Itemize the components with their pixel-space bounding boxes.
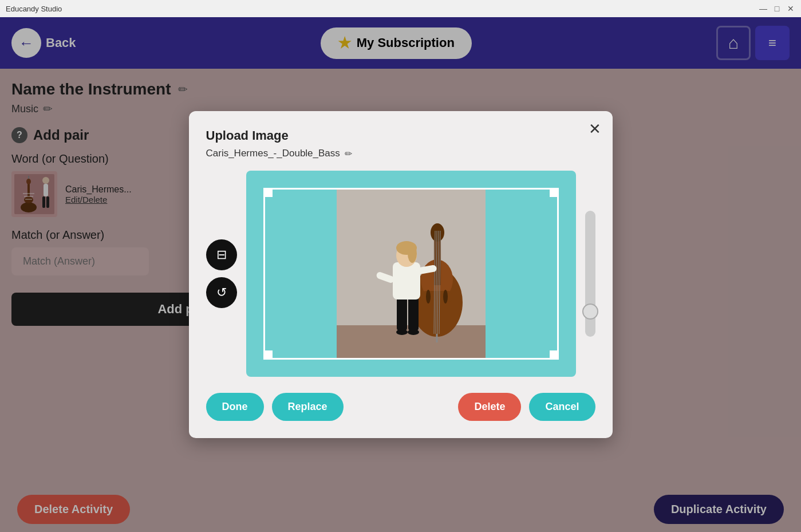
slider-thumb[interactable] xyxy=(582,304,598,320)
app-name: Educandy Studio xyxy=(6,5,62,13)
modal-actions: Done Replace Delete Cancel xyxy=(206,393,595,421)
modal-replace-button[interactable]: Replace xyxy=(272,393,344,421)
modal-cancel-button[interactable]: Cancel xyxy=(529,393,595,421)
minimize-button[interactable]: — xyxy=(759,4,768,13)
modal-close-button[interactable]: ✕ xyxy=(589,120,601,138)
upload-image-modal: ✕ Upload Image Caris_Hermes_-_Double_Bas… xyxy=(189,111,613,438)
title-bar-controls: — □ ✕ xyxy=(759,4,795,13)
crop-corner-tl xyxy=(263,188,273,197)
reset-tool-button[interactable]: ↺ xyxy=(206,277,237,308)
reset-icon: ↺ xyxy=(216,285,227,300)
filename-edit-icon[interactable]: ✏ xyxy=(345,148,352,159)
modal-delete-button[interactable]: Delete xyxy=(458,393,521,421)
modal-filename: Caris_Hermes_-_Double_Bass xyxy=(206,148,340,159)
crop-tool-button[interactable]: ⊟ xyxy=(206,239,237,270)
crop-corner-bl xyxy=(263,350,273,360)
crop-corner-tr xyxy=(550,188,559,197)
crop-corner-br xyxy=(550,350,559,360)
modal-done-button[interactable]: Done xyxy=(206,393,264,421)
title-bar: Educandy Studio — □ ✕ xyxy=(0,0,801,17)
crop-frame xyxy=(263,188,559,360)
modal-image-area: ⊟ ↺ xyxy=(206,171,595,377)
modal-overlay: ✕ Upload Image Caris_Hermes_-_Double_Bas… xyxy=(0,17,801,532)
maximize-button[interactable]: □ xyxy=(772,4,782,13)
image-crop-area[interactable] xyxy=(246,171,576,377)
modal-title: Upload Image xyxy=(206,128,595,143)
crop-icon: ⊟ xyxy=(216,247,227,262)
slider-track[interactable] xyxy=(585,211,595,337)
modal-filename-row: Caris_Hermes_-_Double_Bass ✏ xyxy=(206,148,595,159)
modal-slider-area xyxy=(585,171,595,377)
modal-tools: ⊟ ↺ xyxy=(206,171,237,377)
close-button[interactable]: ✕ xyxy=(786,4,795,13)
